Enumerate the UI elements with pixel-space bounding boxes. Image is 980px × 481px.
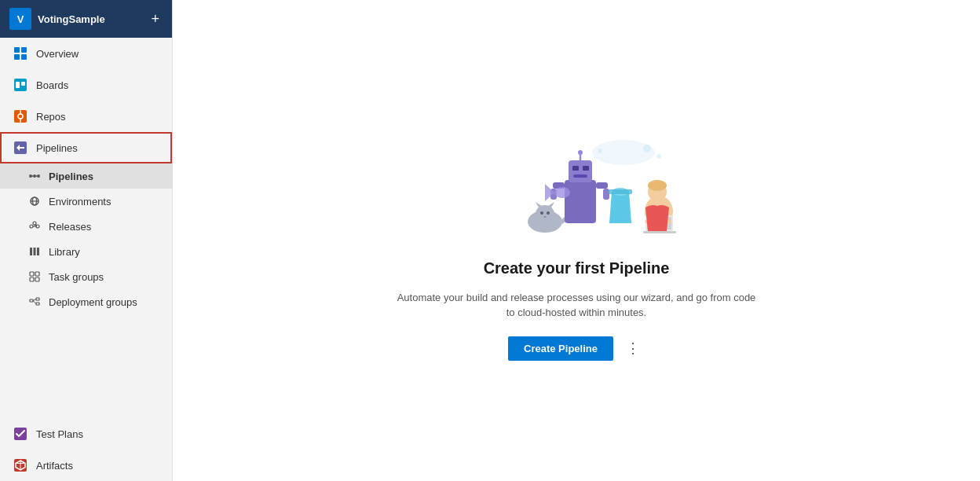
- hero-subtitle: Automate your build and release processe…: [396, 290, 757, 321]
- environments-icon: [28, 195, 41, 207]
- svg-point-44: [536, 205, 554, 222]
- sidebar-header: V VotingSample +: [0, 0, 172, 38]
- test-plans-icon: [13, 426, 28, 442]
- sidebar-item-test-plans-label: Test Plans: [36, 428, 83, 440]
- svg-rect-3: [21, 54, 27, 60]
- svg-point-42: [656, 154, 661, 159]
- deployment-groups-icon: [28, 296, 41, 308]
- svg-point-12: [29, 174, 32, 178]
- svg-rect-31: [35, 277, 39, 281]
- svg-point-41: [598, 149, 602, 153]
- sidebar-sub-pipelines-label: Pipelines: [49, 171, 93, 182]
- svg-point-22: [33, 222, 36, 225]
- sidebar-item-overview[interactable]: Overview: [0, 38, 172, 69]
- svg-point-40: [643, 145, 651, 152]
- svg-point-48: [547, 211, 550, 215]
- svg-rect-55: [573, 174, 587, 178]
- more-options-button[interactable]: ⋮: [621, 336, 645, 360]
- svg-line-36: [33, 301, 36, 304]
- task-groups-icon: [28, 270, 41, 283]
- boards-icon: [13, 77, 28, 93]
- svg-rect-34: [36, 303, 39, 305]
- svg-rect-2: [14, 54, 20, 60]
- sidebar-sub-releases-label: Releases: [49, 221, 91, 233]
- svg-rect-32: [30, 299, 33, 302]
- svg-rect-60: [596, 182, 608, 189]
- svg-point-67: [648, 180, 667, 191]
- project-avatar: V: [9, 8, 31, 30]
- sidebar: V VotingSample + Overview Boards: [0, 0, 173, 481]
- svg-rect-5: [16, 82, 20, 88]
- svg-rect-26: [34, 248, 36, 255]
- hero-actions: Create Pipeline ⋮: [508, 336, 645, 361]
- svg-point-14: [37, 174, 40, 178]
- svg-rect-54: [583, 166, 589, 171]
- sidebar-sub-item-library[interactable]: Library: [0, 239, 172, 264]
- sidebar-sub-environments-label: Environments: [49, 196, 111, 207]
- svg-rect-30: [30, 277, 34, 281]
- sidebar-sub-item-pipelines[interactable]: Pipelines: [0, 163, 172, 189]
- overview-icon: [13, 46, 28, 61]
- svg-rect-64: [609, 189, 632, 194]
- svg-rect-0: [14, 47, 20, 53]
- sidebar-sub-item-deployment-groups[interactable]: Deployment groups: [0, 289, 172, 314]
- sidebar-sub-library-label: Library: [49, 246, 80, 258]
- sidebar-item-test-plans[interactable]: Test Plans: [0, 418, 172, 450]
- sidebar-item-boards-label: Boards: [36, 79, 68, 91]
- repos-icon: [13, 108, 28, 124]
- sidebar-item-boards[interactable]: Boards: [0, 69, 172, 101]
- svg-point-57: [578, 150, 583, 155]
- sidebar-item-overview-label: Overview: [36, 48, 79, 60]
- pipelines-sub-icon: [28, 170, 41, 182]
- svg-rect-6: [21, 82, 25, 86]
- sidebar-item-repos[interactable]: Repos: [0, 101, 172, 132]
- svg-rect-27: [37, 248, 39, 255]
- sidebar-spacer: [0, 314, 172, 418]
- svg-rect-70: [643, 231, 676, 233]
- sidebar-sub-item-releases[interactable]: Releases: [0, 214, 172, 239]
- project-name: VotingSample: [38, 13, 105, 25]
- svg-rect-51: [569, 160, 592, 182]
- sidebar-item-repos-label: Repos: [36, 111, 66, 123]
- svg-rect-33: [36, 298, 39, 300]
- svg-point-49: [544, 216, 547, 218]
- releases-icon: [28, 220, 41, 233]
- library-icon: [28, 245, 41, 258]
- svg-point-20: [30, 225, 33, 228]
- hero-title: Create your first Pipeline: [484, 259, 670, 277]
- sidebar-item-pipelines[interactable]: Pipelines: [0, 132, 172, 163]
- sidebar-item-artifacts[interactable]: Artifacts: [0, 450, 172, 481]
- sidebar-sub-item-environments[interactable]: Environments: [0, 189, 172, 214]
- svg-rect-50: [565, 180, 596, 223]
- svg-rect-29: [35, 272, 39, 276]
- svg-rect-61: [603, 189, 609, 200]
- create-pipeline-button[interactable]: Create Pipeline: [508, 336, 613, 361]
- sidebar-sub-deployment-groups-label: Deployment groups: [49, 296, 137, 308]
- artifacts-icon: [13, 457, 28, 473]
- pipelines-icon: [13, 140, 28, 156]
- svg-rect-25: [30, 248, 32, 255]
- svg-rect-1: [21, 47, 27, 53]
- main-content: Create your first Pipeline Automate your…: [173, 0, 980, 481]
- svg-point-47: [540, 211, 543, 215]
- svg-point-62: [554, 187, 570, 198]
- svg-rect-28: [30, 272, 34, 276]
- svg-rect-53: [572, 166, 579, 171]
- sidebar-sub-item-task-groups[interactable]: Task groups: [0, 264, 172, 289]
- sidebar-header-left: V VotingSample: [9, 8, 105, 30]
- sidebar-item-artifacts-label: Artifacts: [36, 460, 73, 472]
- add-project-button[interactable]: +: [148, 10, 163, 28]
- sidebar-sub-task-groups-label: Task groups: [49, 271, 104, 283]
- svg-point-13: [33, 174, 36, 178]
- hero-illustration: [466, 121, 686, 247]
- svg-rect-52: [576, 182, 584, 186]
- hero-section: Create your first Pipeline Automate your…: [396, 121, 757, 361]
- sidebar-item-pipelines-label: Pipelines: [36, 142, 78, 154]
